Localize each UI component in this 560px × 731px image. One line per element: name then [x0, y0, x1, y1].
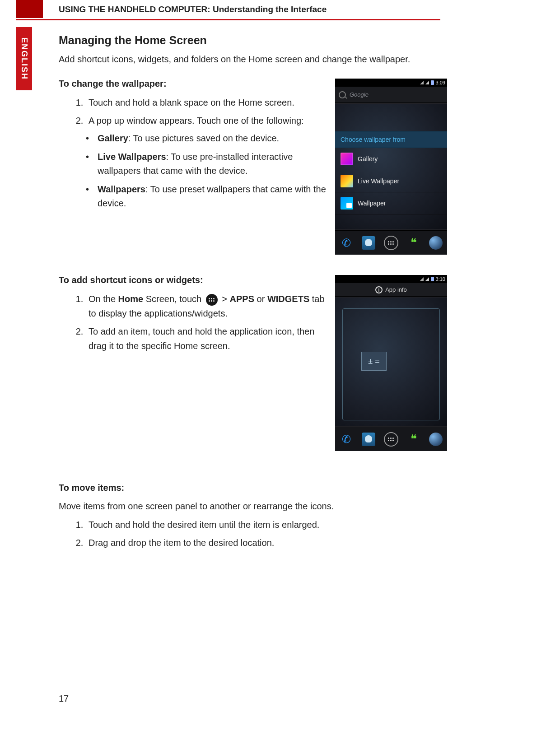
browser-icon[interactable]: [428, 235, 444, 251]
messaging-icon[interactable]: ❝: [406, 235, 422, 251]
drop-target-outline: [342, 308, 440, 420]
phone-icon[interactable]: ✆: [338, 431, 355, 447]
dialog-title: Choose wallpaper from: [335, 131, 447, 148]
app-info-label: App info: [385, 286, 407, 293]
status-bar: 3:10: [335, 275, 447, 283]
browser-icon[interactable]: [428, 431, 444, 447]
header-accent-block: [16, 0, 43, 18]
home-screen-surface[interactable]: ± =: [335, 298, 447, 426]
chapter-title: USING THE HANDHELD COMPUTER: Understandi…: [59, 5, 327, 14]
dragged-widget[interactable]: ± =: [361, 352, 387, 371]
gallery-icon: [341, 153, 353, 165]
shortcuts-section: To add shortcut icons or widgets: On the…: [59, 275, 447, 465]
messaging-icon[interactable]: ❝: [406, 431, 422, 447]
header-rule: [16, 19, 440, 20]
favorites-tray: ✆ ❝: [335, 427, 447, 451]
option-label: Wallpapers: [98, 184, 145, 194]
contacts-icon[interactable]: [360, 431, 377, 447]
apps-drawer-inline-icon: [206, 294, 218, 306]
move-step-1: Touch and hold the desired item until th…: [86, 517, 447, 532]
option-desc: : To use pictures saved on the device.: [128, 133, 279, 143]
apps-drawer-icon[interactable]: [383, 235, 399, 251]
battery-icon: [431, 80, 434, 85]
signal-icon: [420, 277, 424, 281]
option-label: Live Wallpapers: [98, 152, 166, 162]
move-desc: Move items from one screen panel to anot…: [59, 499, 447, 513]
wallpaper-option-wallpapers: Wallpapers: To use preset wallpapers tha…: [86, 182, 327, 210]
chooser-item-gallery[interactable]: Gallery: [335, 148, 447, 170]
chooser-item-wallpaper[interactable]: Wallpaper: [335, 192, 447, 214]
shortcuts-heading: To add shortcut icons or widgets:: [59, 275, 327, 285]
wallpaper-option-gallery: Gallery: To use pictures saved on the de…: [86, 131, 327, 145]
favorites-tray: ✆ ❝: [335, 230, 447, 255]
clock: 3:09: [436, 80, 445, 85]
item-label: Wallpaper: [358, 200, 386, 207]
shortcuts-step-2: To add an item, touch and hold the appli…: [86, 324, 327, 353]
wallpaper-icon: [341, 197, 353, 210]
item-label: Live Wallpaper: [358, 177, 399, 185]
cell-icon: [425, 277, 429, 281]
page-content: Managing the Home Screen Add shortcut ic…: [59, 34, 447, 554]
wallpaper-step-1: Touch and hold a blank space on the Home…: [86, 95, 327, 110]
wallpaper-chooser-dialog: Choose wallpaper from Gallery Live Wallp…: [335, 131, 447, 214]
chooser-item-live-wallpaper[interactable]: Live Wallpaper: [335, 170, 447, 192]
search-placeholder: Google: [350, 91, 369, 98]
status-bar: 3:09: [335, 79, 447, 87]
section-intro: Add shortcut icons, widgets, and folders…: [59, 52, 447, 66]
cell-icon: [425, 81, 429, 84]
wallpaper-step-2: A pop up window appears. Touch one of th…: [86, 113, 327, 128]
contacts-icon[interactable]: [360, 235, 377, 251]
wallpaper-option-live: Live Wallpapers: To use pre-installed in…: [86, 150, 327, 178]
battery-icon: [431, 277, 434, 281]
clock: 3:10: [436, 276, 445, 282]
app-info-bar[interactable]: i App info: [335, 283, 447, 297]
section-title: Managing the Home Screen: [59, 34, 447, 47]
move-items-section: To move items: Move items from one scree…: [59, 483, 447, 550]
search-icon: [339, 91, 346, 98]
page-number: 17: [59, 694, 69, 704]
option-label: Gallery: [98, 133, 128, 143]
google-search-bar[interactable]: Google: [335, 87, 447, 103]
signal-icon: [420, 81, 424, 84]
shortcuts-step-1: On the Home Screen, touch > APPS or WIDG…: [86, 292, 327, 321]
apps-drawer-icon[interactable]: [383, 431, 399, 447]
screenshot-wallpaper-picker: 3:09 Google Choose wallpaper from Galler…: [335, 79, 447, 255]
phone-icon[interactable]: ✆: [338, 235, 355, 251]
live-wallpaper-icon: [341, 175, 353, 187]
move-step-2: Drag and drop the item to the desired lo…: [86, 535, 447, 550]
language-tab: ENGLISH: [16, 27, 32, 90]
wallpaper-section: To change the wallpaper: Touch and hold …: [59, 79, 447, 257]
item-label: Gallery: [358, 155, 378, 163]
wallpaper-heading: To change the wallpaper:: [59, 79, 327, 89]
move-heading: To move items:: [59, 483, 447, 493]
info-icon: i: [375, 286, 383, 293]
screenshot-widget-drop: 3:10 i App info ± = ✆ ❝: [335, 275, 447, 451]
